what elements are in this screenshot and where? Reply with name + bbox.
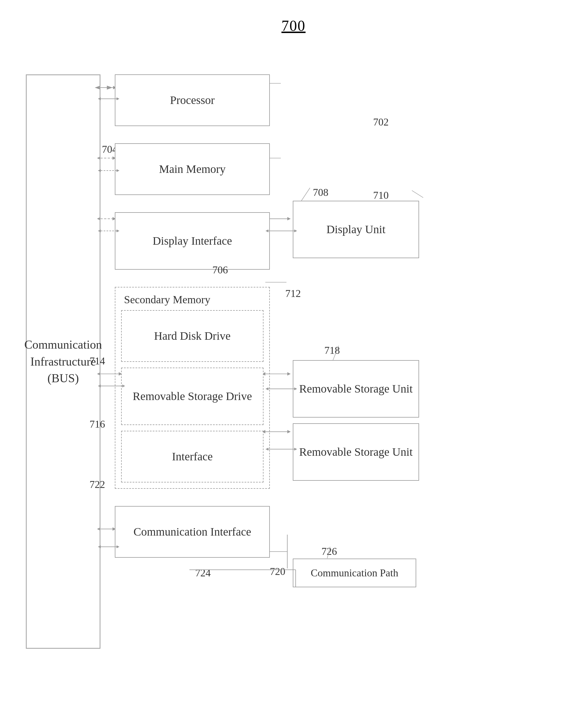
- arrow-comminfra-processor: [101, 96, 118, 102]
- ref-708-leader: [301, 188, 316, 202]
- ref-722: 722: [90, 478, 105, 491]
- comm-path-box: Communication Path: [293, 559, 416, 587]
- ref-710: 710: [373, 189, 389, 201]
- svg-line-34: [333, 346, 339, 360]
- comm-interface-block: Communication Interface: [115, 506, 270, 558]
- svg-line-35: [327, 547, 330, 558]
- arrow-comminfra-removable: [101, 383, 124, 389]
- removable-unit-2-block: Removable Storage Unit: [293, 423, 419, 481]
- blocks-column: Processor 702 Main Memory 710 Display In…: [115, 74, 270, 558]
- comm-interface-label: Communication Interface: [134, 524, 251, 540]
- removable-drive-block: Removable Storage Drive: [121, 368, 263, 425]
- arrow-comminfra-mainmemory: [101, 168, 118, 174]
- line-comminterface-commpath: [189, 570, 299, 590]
- ref-712: 712: [285, 288, 301, 299]
- interface-block: Interface: [121, 431, 263, 482]
- main-memory-label: Main Memory: [159, 161, 226, 177]
- main-memory-block: Main Memory: [115, 143, 270, 195]
- secondary-memory-container: Secondary Memory 712 Hard Disk Drive 714…: [115, 287, 270, 489]
- arrow-removabledrive-unit1: [268, 386, 296, 392]
- diagram-container: 700: [17, 17, 570, 711]
- secondary-memory-label: Secondary Memory: [121, 293, 263, 306]
- display-interface-block: Display Interface: [115, 212, 270, 270]
- ref-718-leader: [333, 346, 347, 362]
- arrow-displayinterface-displayunit: [268, 228, 296, 234]
- diagram-title: 700: [17, 17, 570, 34]
- display-unit-block: Display Unit: [293, 201, 419, 258]
- ref-702: 702: [373, 116, 389, 128]
- removable-unit-1-block: Removable Storage Unit: [293, 360, 419, 417]
- ref-726-leader: [327, 547, 336, 560]
- removable-drive-label: Removable Storage Drive: [133, 388, 252, 404]
- comm-infra-box: Communication Infrastructure (BUS): [26, 74, 100, 649]
- main-area: Communication Infrastructure (BUS) 704 P…: [17, 51, 570, 712]
- ref-716: 716: [90, 418, 105, 430]
- arrow-comminfra-comminterface: [101, 544, 118, 550]
- comm-path-label: Communication Path: [311, 567, 398, 579]
- interface-label: Interface: [172, 449, 213, 465]
- processor-block: Processor: [115, 74, 270, 126]
- hard-disk-label: Hard Disk Drive: [154, 328, 231, 344]
- ref-706: 706: [212, 264, 228, 276]
- display-unit-label: Display Unit: [326, 222, 385, 237]
- removable-unit-1-label: Removable Storage Unit: [299, 381, 413, 397]
- hard-disk-block: Hard Disk Drive: [121, 310, 263, 362]
- arrow-interface-unit2: [268, 446, 296, 452]
- display-interface-label: Display Interface: [153, 233, 232, 249]
- removable-unit-2-label: Removable Storage Unit: [299, 444, 413, 460]
- ref-714: 714: [90, 355, 105, 367]
- arrow-comminfra-displayinterface: [101, 228, 118, 234]
- processor-label: Processor: [170, 92, 215, 108]
- svg-line-33: [301, 188, 310, 201]
